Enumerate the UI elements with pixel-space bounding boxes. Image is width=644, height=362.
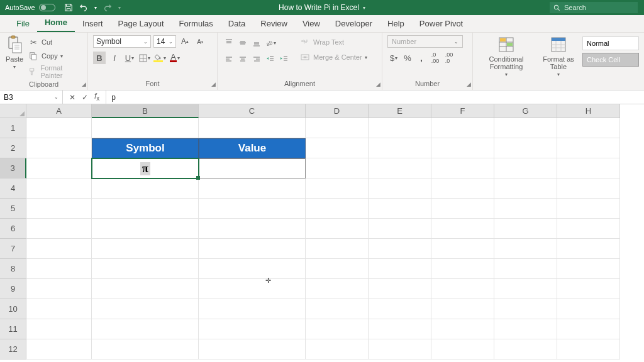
number-format-select[interactable]: Number⌄	[387, 35, 463, 48]
cell-E7[interactable]	[369, 239, 431, 259]
cell-F12[interactable]	[431, 339, 494, 359]
cell-F11[interactable]	[431, 319, 494, 339]
merge-center-button[interactable]: Merge & Center ▾	[299, 52, 367, 63]
cell-D10[interactable]	[306, 299, 369, 319]
col-head-E[interactable]: E	[369, 104, 431, 118]
align-middle-button[interactable]	[236, 36, 249, 49]
copy-button[interactable]: Copy ▾	[28, 50, 82, 62]
cell-E2[interactable]	[369, 138, 431, 158]
borders-button[interactable]: ▾	[138, 52, 151, 64]
cell-H6[interactable]	[557, 219, 620, 239]
cell-D1[interactable]	[306, 118, 369, 138]
tab-file[interactable]: File	[9, 15, 37, 32]
tab-formulas[interactable]: Formulas	[172, 15, 221, 32]
italic-button[interactable]: I	[108, 52, 121, 64]
cell-F9[interactable]	[431, 279, 494, 299]
cell-B2[interactable]: Symbol	[92, 138, 199, 158]
increase-decimal-button[interactable]: .0.00	[429, 52, 441, 64]
cell-E12[interactable]	[369, 339, 431, 359]
cell-B5[interactable]	[92, 199, 199, 219]
fx-button[interactable]: fx	[94, 92, 99, 102]
tab-home[interactable]: Home	[37, 14, 75, 32]
cell-F7[interactable]	[431, 239, 494, 259]
row-head-2[interactable]: 2	[0, 138, 26, 158]
cell-A7[interactable]	[26, 239, 92, 259]
tab-view[interactable]: View	[295, 15, 328, 32]
row-head-3[interactable]: 3	[0, 158, 26, 178]
cell-H5[interactable]	[557, 199, 620, 219]
tab-review[interactable]: Review	[253, 15, 295, 32]
cell-style-check-cell[interactable]: Check Cell	[582, 53, 639, 67]
accounting-format-button[interactable]: $▾	[387, 52, 400, 64]
comma-format-button[interactable]: ,	[415, 52, 428, 64]
decrease-indent-button[interactable]	[264, 53, 277, 65]
cell-D3[interactable]	[306, 158, 369, 178]
cell-D5[interactable]	[306, 199, 369, 219]
tab-page-layout[interactable]: Page Layout	[111, 15, 172, 32]
cancel-formula-button[interactable]: ✕	[69, 93, 75, 102]
cell-A1[interactable]	[26, 118, 92, 138]
cell-H10[interactable]	[557, 299, 620, 319]
cell-G8[interactable]	[494, 259, 557, 279]
cell-H1[interactable]	[557, 118, 620, 138]
increase-indent-button[interactable]	[278, 53, 291, 65]
percent-format-button[interactable]: %	[401, 52, 414, 64]
row-head-5[interactable]: 5	[0, 199, 26, 219]
cell-C3[interactable]	[199, 158, 306, 178]
col-head-H[interactable]: H	[557, 104, 620, 118]
cell-G4[interactable]	[494, 178, 557, 199]
cell-D2[interactable]	[306, 138, 369, 158]
cell-G7[interactable]	[494, 239, 557, 259]
cell-A4[interactable]	[26, 178, 92, 199]
cell-H7[interactable]	[557, 239, 620, 259]
redo-button[interactable]	[103, 3, 112, 12]
cell-D6[interactable]	[306, 219, 369, 239]
align-right-button[interactable]	[250, 53, 263, 65]
row-head-1[interactable]: 1	[0, 118, 26, 138]
cell-F8[interactable]	[431, 259, 494, 279]
cell-B1[interactable]	[92, 118, 199, 138]
cell-B4[interactable]	[92, 178, 199, 199]
row-head-8[interactable]: 8	[0, 259, 26, 279]
cell-H9[interactable]	[557, 279, 620, 299]
cell-G5[interactable]	[494, 199, 557, 219]
cell-C1[interactable]	[199, 118, 306, 138]
cell-A10[interactable]	[26, 299, 92, 319]
cell-G10[interactable]	[494, 299, 557, 319]
cell-G6[interactable]	[494, 219, 557, 239]
cell-C10[interactable]	[199, 299, 306, 319]
undo-button[interactable]	[79, 3, 88, 12]
cell-A9[interactable]	[26, 279, 92, 299]
cell-A11[interactable]	[26, 319, 92, 339]
cell-H2[interactable]	[557, 138, 620, 158]
col-head-B[interactable]: B	[92, 104, 199, 118]
cell-B6[interactable]	[92, 219, 199, 239]
cut-button[interactable]: ✂ Cut	[28, 36, 82, 48]
font-dialog-launcher[interactable]: ◢	[211, 81, 216, 87]
cell-E11[interactable]	[369, 319, 431, 339]
cell-G9[interactable]	[494, 279, 557, 299]
cell-E1[interactable]	[369, 118, 431, 138]
font-color-button[interactable]: A▾	[169, 52, 181, 64]
cell-F10[interactable]	[431, 299, 494, 319]
cell-B9[interactable]	[92, 279, 199, 299]
row-head-9[interactable]: 9	[0, 279, 26, 299]
cell-B3[interactable]: π	[92, 158, 199, 178]
row-head-12[interactable]: 12	[0, 339, 26, 359]
cell-D8[interactable]	[306, 259, 369, 279]
cell-D4[interactable]	[306, 178, 369, 199]
cell-B11[interactable]	[92, 319, 199, 339]
cell-G3[interactable]	[494, 158, 557, 178]
tab-developer[interactable]: Developer	[328, 15, 380, 32]
cell-F5[interactable]	[431, 199, 494, 219]
format-as-table-button[interactable]: Format as Table▾	[538, 35, 579, 77]
cell-H3[interactable]	[557, 158, 620, 178]
decrease-font-button[interactable]: A▾	[194, 35, 206, 48]
fill-color-button[interactable]: ▾	[153, 52, 166, 64]
cell-B10[interactable]	[92, 299, 199, 319]
cell-B12[interactable]	[92, 339, 199, 359]
cell-H4[interactable]	[557, 178, 620, 199]
cell-G1[interactable]	[494, 118, 557, 138]
tab-data[interactable]: Data	[221, 15, 253, 32]
cell-F1[interactable]	[431, 118, 494, 138]
